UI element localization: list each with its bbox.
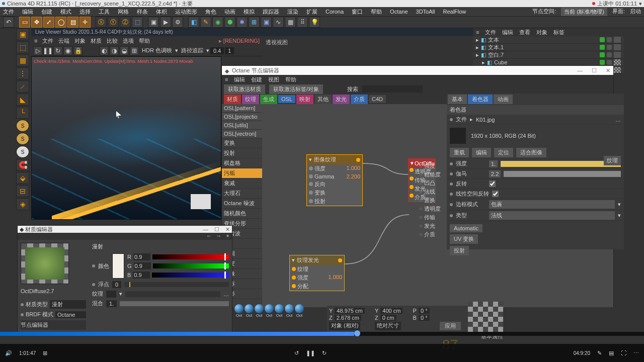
lt-s3-icon[interactable]: S: [16, 146, 29, 158]
menu-创建[interactable]: 创建: [41, 8, 52, 16]
rotate-icon[interactable]: ◯: [55, 17, 66, 28]
pen-icon[interactable]: ✎: [200, 17, 211, 28]
prev-icon[interactable]: ↺: [294, 350, 299, 356]
menu-窗口[interactable]: 窗口: [352, 8, 363, 16]
render-settings-icon[interactable]: ⚙: [172, 17, 183, 28]
live-play-icon[interactable]: ▷: [33, 46, 42, 55]
cross-icon[interactable]: ✛: [79, 17, 91, 28]
ne-max-icon[interactable]: ☐: [592, 67, 597, 74]
misc-icon[interactable]: ⠿: [297, 17, 308, 28]
coord-mode[interactable]: 对象 (相对): [329, 322, 360, 330]
cam-icon[interactable]: ▣: [261, 17, 272, 28]
list-icon[interactable]: ▤: [609, 350, 614, 356]
lt-mag-icon[interactable]: 🧲: [16, 159, 29, 171]
mat-name[interactable]: OctDiffuse2.7: [21, 288, 86, 294]
sel-rect-icon[interactable]: ▭: [19, 17, 30, 28]
tex-button[interactable]: 纹理: [604, 156, 621, 165]
nurbs-icon[interactable]: ◉: [212, 17, 223, 28]
menu-扩展[interactable]: 扩展: [306, 8, 317, 16]
deform-icon[interactable]: ✱: [236, 17, 248, 28]
rec-arrow[interactable]: ▾: [639, 1, 642, 7]
color-swatch[interactable]: [112, 253, 124, 279]
menu-帮助[interactable]: 帮助: [371, 8, 382, 16]
lastsel-icon[interactable]: ▤: [67, 17, 78, 28]
gen-icon[interactable]: ⬢: [224, 17, 235, 28]
node-editor-label[interactable]: 节点编辑器: [21, 321, 48, 329]
menu-文件[interactable]: 文件: [3, 8, 14, 16]
undo-icon[interactable]: ↶: [3, 17, 14, 28]
vol-icon[interactable]: 🔊: [5, 350, 12, 356]
file-value[interactable]: K01.jpg: [476, 117, 495, 123]
lt-s2-icon[interactable]: S: [16, 133, 29, 145]
live-v2[interactable]: 1: [225, 47, 234, 54]
menu-模式[interactable]: 模式: [60, 8, 71, 16]
ne-close-icon[interactable]: ✕: [606, 67, 610, 74]
menu-动画[interactable]: 动画: [224, 8, 235, 16]
material-editor[interactable]: ◆ 材质编辑器 —☐✕ ←→⚬ OctDiffuse2.7 材质类型漫射BRDF…: [17, 225, 232, 333]
menu-体积[interactable]: 体积: [156, 8, 167, 16]
obj-row[interactable]: ▸◧空白.7: [473, 51, 624, 59]
render-viewport[interactable]: Check:4ms./15ms. MeshGen:0ms. Update[M]:…: [31, 56, 221, 220]
uvx-button[interactable]: UV 变换: [450, 234, 478, 244]
me-min-icon[interactable]: —: [203, 226, 208, 233]
me-lock-icon[interactable]: ⚬: [225, 233, 230, 240]
menu-角色[interactable]: 角色: [205, 8, 216, 16]
menu-网格[interactable]: 网格: [118, 8, 129, 16]
proj-button[interactable]: 投射: [450, 246, 469, 255]
ne-min-icon[interactable]: —: [577, 67, 583, 74]
search-input[interactable]: [362, 85, 423, 93]
move-icon[interactable]: ✥: [31, 17, 42, 28]
more-icon[interactable]: ⋯: [633, 350, 639, 356]
lt-axis-icon[interactable]: └: [16, 107, 29, 119]
coord-size[interactable]: 绝对尺寸: [375, 322, 401, 330]
live-pause-icon[interactable]: ❚❚: [43, 46, 52, 55]
live-b-icon[interactable]: ◑: [110, 46, 119, 55]
coord-z2[interactable]: 0 cm: [380, 315, 396, 321]
mat-preview[interactable]: [21, 243, 69, 284]
scale-icon[interactable]: ⤢: [43, 17, 54, 28]
live-d-icon[interactable]: ⊞: [130, 46, 139, 55]
next-icon[interactable]: ↻: [322, 350, 327, 356]
mix-value[interactable]: 1.: [106, 300, 117, 307]
danmu-icon[interactable]: ⊞: [43, 350, 47, 356]
menu-渲染[interactable]: 渲染: [287, 8, 298, 16]
video-progress[interactable]: [0, 332, 644, 336]
live-cam-icon[interactable]: ◉: [63, 46, 72, 55]
me-close-icon[interactable]: ✕: [225, 226, 230, 233]
get-mat-button[interactable]: 获取激活材质: [224, 84, 265, 94]
pause-icon[interactable]: ❚❚: [306, 350, 315, 356]
menu-RealFlow[interactable]: RealFlow: [443, 9, 466, 15]
coord-y2[interactable]: 400 cm: [380, 308, 403, 314]
me-arrow-r[interactable]: →: [216, 233, 221, 240]
lt-work-icon[interactable]: ⬙: [16, 172, 29, 184]
light-icon[interactable]: ∿: [273, 17, 284, 28]
main-menubar[interactable]: 文件编辑创建模式选择工具网格样条体积运动图形角色动画模拟跟踪器渲染扩展Coron…: [0, 7, 644, 16]
menu-样条[interactable]: 样条: [137, 8, 148, 16]
main-toolbar[interactable]: ↶ ▭ ✥ ⤢ ◯ ▤ ✛ Ⓧ Ⓨ Ⓩ ⬚ ▣ ▶ ⚙ ◧ ✎ ◉ ⬢ ✱ ⊞ …: [0, 16, 644, 28]
live-v1[interactable]: 0.4: [210, 47, 224, 54]
float-value[interactable]: 0: [112, 281, 121, 288]
me-max-icon[interactable]: ☐: [214, 226, 219, 233]
render-icon[interactable]: ▣: [148, 17, 159, 28]
lt-point-icon[interactable]: ⋮: [16, 67, 29, 79]
menu-模拟[interactable]: 模拟: [244, 8, 255, 16]
live-c-icon[interactable]: ◒: [120, 46, 129, 55]
lt-edge-icon[interactable]: ⟋: [16, 80, 29, 93]
coord-apply[interactable]: 应用: [440, 322, 461, 330]
coord-b[interactable]: 0 °: [419, 315, 430, 321]
render-active-icon[interactable]: ▶: [160, 17, 171, 28]
bulb-icon[interactable]: 💡: [309, 17, 320, 28]
menu-Octane[interactable]: Octane: [390, 9, 408, 15]
lt-poly-icon[interactable]: ◣: [16, 94, 29, 106]
menu-编辑[interactable]: 编辑: [22, 8, 33, 16]
get-tag-button[interactable]: 获取激活标签/对象: [269, 84, 323, 94]
cube-icon[interactable]: ◧: [188, 17, 199, 28]
world-icon[interactable]: ⬚: [132, 17, 143, 28]
node-tex-emission[interactable]: ▾纹理发光 纹理 强度1.000 分配: [289, 255, 345, 291]
z-axis-icon[interactable]: Ⓩ: [120, 17, 131, 28]
obj-row[interactable]: ▸◧文本.1: [473, 44, 624, 51]
obj-row[interactable]: ▸◧文本: [473, 36, 624, 44]
lt-s1-icon[interactable]: S: [16, 120, 29, 132]
menu-跟踪器[interactable]: 跟踪器: [263, 8, 279, 16]
menu-3DToAll[interactable]: 3DToAll: [416, 9, 435, 15]
